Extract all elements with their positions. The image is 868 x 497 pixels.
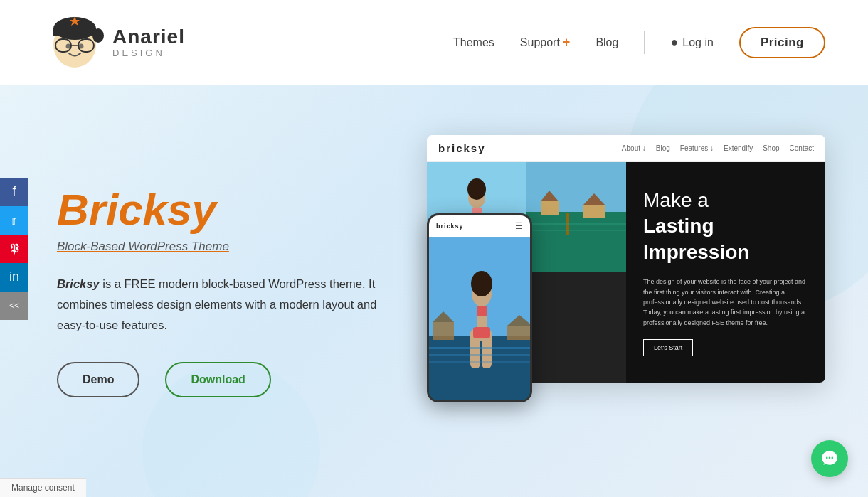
hero-section: Bricksy Block-Based WordPress Theme Bric… xyxy=(0,85,868,497)
svg-rect-21 xyxy=(541,201,559,215)
mobile-topbar: bricksy ☰ xyxy=(429,215,530,237)
site-header: Anariel DESIGN Themes Support + Blog ● L… xyxy=(0,0,868,85)
svg-point-55 xyxy=(829,457,831,459)
nav-support[interactable]: Support + xyxy=(520,35,571,50)
mockup-body: The design of your website is the face o… xyxy=(643,277,808,328)
svg-rect-49 xyxy=(429,361,530,363)
svg-rect-48 xyxy=(429,354,530,356)
logo-text: Anariel DESIGN xyxy=(112,27,185,58)
linkedin-button[interactable]: in xyxy=(0,263,28,292)
logo[interactable]: Anariel DESIGN xyxy=(43,11,185,75)
hero-buttons: Demo Download xyxy=(57,362,398,397)
nav-themes[interactable]: Themes xyxy=(453,36,494,49)
logo-brand: Anariel xyxy=(112,27,185,47)
svg-rect-27 xyxy=(526,230,626,231)
hero-content: Bricksy Block-Based WordPress Theme Bric… xyxy=(57,186,398,398)
chat-icon xyxy=(820,449,839,468)
desktop-topbar: bricksy About ↓ Blog Features ↓ Extendif… xyxy=(427,135,825,162)
support-plus-icon: + xyxy=(563,35,571,50)
hero-title: Bricksy xyxy=(57,186,398,234)
hamburger-icon: ☰ xyxy=(515,221,523,231)
mobile-mockup: bricksy ☰ xyxy=(427,213,532,402)
nav-divider xyxy=(644,31,645,54)
hero-description: Bricksy is a FREE modern block-based Wor… xyxy=(57,274,398,336)
mobile-hero-area xyxy=(429,237,530,400)
tropical-svg xyxy=(526,162,626,272)
mockup-nav: About ↓ Blog Features ↓ Extendify Shop C… xyxy=(622,144,814,152)
demo-button[interactable]: Demo xyxy=(57,362,139,397)
mobile-hero-svg xyxy=(429,237,530,400)
hero-mockup: bricksy About ↓ Blog Features ↓ Extendif… xyxy=(398,135,825,448)
collapse-icon: << xyxy=(9,301,19,311)
svg-rect-52 xyxy=(507,326,530,340)
collapse-button[interactable]: << xyxy=(0,292,28,320)
desktop-hero-text: Make a Lasting Impression The design of … xyxy=(626,162,825,383)
nav-blog[interactable]: Blog xyxy=(596,36,618,49)
facebook-icon: f xyxy=(12,184,16,199)
login-button[interactable]: ● Log in xyxy=(670,35,713,50)
svg-rect-50 xyxy=(433,322,454,340)
logo-tagline: DESIGN xyxy=(112,48,185,58)
linkedin-icon: in xyxy=(9,269,19,284)
svg-rect-47 xyxy=(429,347,530,349)
mockup-cta-button[interactable]: Let's Start xyxy=(643,339,693,356)
consent-label: Manage consent xyxy=(11,483,75,493)
svg-point-56 xyxy=(831,457,833,459)
chat-button[interactable] xyxy=(811,440,848,477)
mockup-tagline: Make a Lasting Impression xyxy=(643,188,808,265)
twitter-icon: 𝕣 xyxy=(11,213,18,228)
svg-point-9 xyxy=(92,28,104,43)
hero-brand-name: Bricksy xyxy=(57,277,100,290)
pinterest-button[interactable]: 𝕻 xyxy=(0,235,28,263)
svg-point-54 xyxy=(826,457,828,459)
img-tropical xyxy=(526,162,626,272)
svg-rect-23 xyxy=(583,205,605,218)
hero-subtitle: Block-Based WordPress Theme xyxy=(57,240,398,254)
svg-rect-26 xyxy=(526,223,626,225)
consent-bar[interactable]: Manage consent xyxy=(0,478,86,497)
mobile-logo: bricksy xyxy=(436,223,464,230)
svg-rect-20 xyxy=(526,212,626,272)
mockup-logo: bricksy xyxy=(438,142,486,154)
social-sidebar: f 𝕣 𝕻 in << xyxy=(0,178,28,320)
pricing-button[interactable]: Pricing xyxy=(739,27,825,58)
svg-point-46 xyxy=(471,271,492,296)
twitter-button[interactable]: 𝕣 xyxy=(0,206,28,235)
svg-point-18 xyxy=(467,178,486,200)
facebook-button[interactable]: f xyxy=(0,178,28,206)
user-icon: ● xyxy=(670,35,678,50)
main-nav: Themes Support + Blog ● Log in Pricing xyxy=(453,27,825,58)
svg-rect-45 xyxy=(473,327,490,338)
pinterest-icon: 𝕻 xyxy=(10,241,19,256)
svg-rect-2 xyxy=(53,28,96,36)
logo-icon xyxy=(43,11,107,75)
img-empty xyxy=(526,272,626,383)
svg-rect-44 xyxy=(477,306,487,316)
download-button[interactable]: Download xyxy=(165,362,270,397)
